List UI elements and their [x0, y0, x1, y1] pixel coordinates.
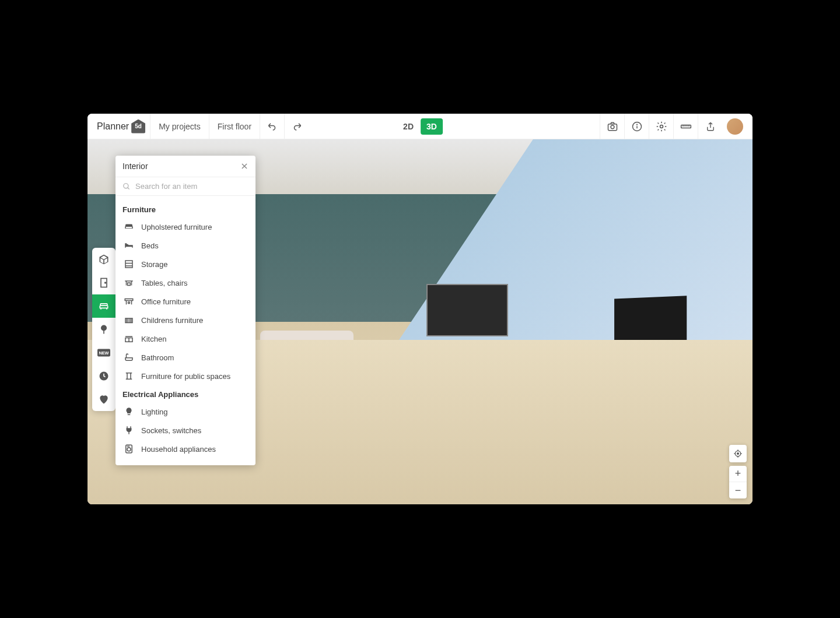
item-label: Sockets, switches [141, 426, 201, 435]
sidebar-interior[interactable] [92, 294, 116, 318]
item-label: Beds [141, 241, 159, 250]
svg-point-48 [129, 446, 130, 447]
floor-selector[interactable]: First floor [209, 114, 260, 139]
bottom-controls: + − [729, 445, 747, 498]
sidebar-3d-objects[interactable] [92, 248, 116, 271]
ruler-icon [680, 121, 692, 132]
svg-point-20 [124, 183, 128, 188]
item-public[interactable]: Furniture for public spaces [116, 367, 256, 385]
item-lighting[interactable]: Lighting [116, 402, 256, 421]
zoom-in-button[interactable]: + [729, 466, 747, 482]
camera-icon [607, 121, 618, 132]
item-tables[interactable]: Tables, chairs [116, 273, 256, 292]
item-label: Tables, chairs [141, 279, 187, 287]
svg-point-13 [101, 325, 107, 331]
plug-icon [124, 425, 134, 436]
item-appliances[interactable]: Household appliances [116, 440, 256, 458]
bath-icon [124, 352, 134, 363]
svg-rect-6 [681, 125, 691, 128]
info-icon [631, 121, 643, 132]
sidebar-rooms[interactable] [92, 271, 116, 294]
view-toggle: 2D 3D [397, 118, 443, 135]
item-label: Bathroom [141, 353, 174, 362]
zoom-group: + − [729, 466, 747, 498]
svg-rect-14 [103, 331, 104, 334]
view-2d-button[interactable]: 2D [397, 118, 419, 135]
pedestal-icon [124, 371, 134, 381]
toolbar: Planner 5d My projects First floor 2D 3D [88, 114, 752, 139]
sidebar-new[interactable]: NEW [92, 341, 116, 364]
left-sidebar: NEW [92, 248, 116, 411]
item-label: Kitchen [141, 335, 166, 343]
toolbar-right [600, 114, 748, 139]
item-office[interactable]: Office furniture [116, 292, 256, 311]
svg-rect-22 [125, 261, 132, 268]
section-title-electrical: Electrical Appliances [116, 385, 256, 402]
app-window: Planner 5d My projects First floor 2D 3D [88, 114, 752, 504]
item-bathroom[interactable]: Bathroom [116, 348, 256, 367]
cube-icon [98, 254, 110, 265]
table-icon [124, 278, 134, 288]
svg-line-21 [128, 187, 130, 189]
item-label: Upholstered furniture [141, 223, 212, 231]
svg-point-32 [128, 302, 130, 304]
svg-point-5 [660, 125, 663, 128]
view-3d-button[interactable]: 3D [421, 118, 443, 135]
undo-button[interactable] [260, 114, 284, 139]
redo-icon [292, 121, 302, 132]
info-button[interactable] [624, 114, 649, 139]
my-projects-button[interactable]: My projects [150, 114, 209, 139]
clock-icon [98, 370, 110, 382]
appliance-icon [124, 444, 134, 454]
section-title-furniture: Furniture [116, 201, 256, 217]
item-kitchen[interactable]: Kitchen [116, 329, 256, 348]
logo-badge-icon: 5d [131, 120, 145, 134]
search-input[interactable] [135, 182, 249, 191]
door-icon [98, 277, 110, 289]
panel-search [116, 177, 256, 196]
new-badge-icon: NEW [97, 349, 110, 357]
svg-text:NEW: NEW [99, 350, 108, 356]
item-storage[interactable]: Storage [116, 255, 256, 273]
item-label: Furniture for public spaces [141, 372, 230, 381]
item-label: Household appliances [141, 445, 216, 454]
bed-icon [124, 240, 134, 251]
desk-icon [124, 296, 134, 307]
tv-shape [614, 296, 687, 346]
share-button[interactable] [698, 114, 722, 139]
settings-button[interactable] [649, 114, 673, 139]
svg-point-1 [611, 125, 614, 128]
logo[interactable]: Planner 5d [92, 120, 150, 134]
undo-icon [267, 121, 278, 132]
heart-icon [98, 394, 110, 405]
item-sockets[interactable]: Sockets, switches [116, 421, 256, 440]
search-icon [123, 182, 131, 191]
svg-point-12 [105, 282, 106, 283]
bulb-icon [124, 406, 134, 417]
sofa-icon [124, 222, 134, 232]
snapshot-button[interactable] [600, 114, 624, 139]
item-childrens[interactable]: Childrens furniture [116, 311, 256, 329]
item-upholstered[interactable]: Upholstered furniture [116, 217, 256, 236]
panel-body: Furniture Upholstered furniture Beds Sto… [116, 196, 256, 465]
close-icon [240, 162, 249, 170]
sidebar-exterior[interactable] [92, 318, 116, 341]
rug-shape [253, 399, 539, 447]
kitchen-icon [124, 333, 134, 344]
redo-button[interactable] [284, 114, 309, 139]
sidebar-favorites[interactable] [92, 388, 116, 411]
furniture-icon [98, 300, 110, 312]
zoom-out-button[interactable]: − [729, 482, 747, 498]
avatar[interactable] [727, 118, 743, 135]
ottoman-shape [447, 373, 499, 402]
measure-button[interactable] [673, 114, 698, 139]
sidebar-recent[interactable] [92, 364, 116, 388]
item-label: Lighting [141, 408, 168, 416]
interior-panel: Interior Furniture Upholstered furniture… [116, 156, 256, 465]
item-beds[interactable]: Beds [116, 236, 256, 255]
item-label: Office furniture [141, 297, 191, 306]
locate-button[interactable] [729, 445, 747, 462]
locate-icon [733, 449, 743, 458]
sofa-shape [260, 331, 354, 366]
panel-close-button[interactable] [240, 162, 249, 170]
